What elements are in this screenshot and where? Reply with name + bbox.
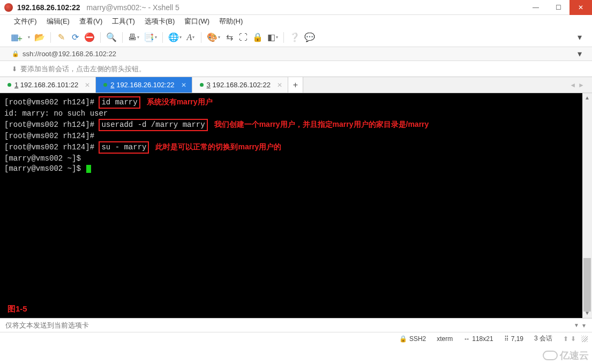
help-button[interactable]: ❔ bbox=[288, 31, 301, 44]
highlight-box: su - marry bbox=[99, 141, 149, 154]
send-overflow[interactable]: ▾ bbox=[579, 322, 589, 329]
status-term-type: xterm bbox=[431, 335, 458, 343]
pencil-icon: ✎ bbox=[58, 32, 65, 42]
open-button[interactable]: 📂 bbox=[33, 31, 46, 44]
session-tabs: 1 192.168.26.101:22 ✕ 2 192.168.26.102:2… bbox=[0, 77, 592, 93]
terminal-scrollbar[interactable]: ▲ ▼ bbox=[582, 93, 592, 318]
minimize-button[interactable]: — bbox=[524, 0, 547, 15]
watermark-text: 亿速云 bbox=[560, 349, 589, 362]
copy-button[interactable]: 📑▾ bbox=[143, 31, 158, 44]
copy-icon: 📑 bbox=[144, 32, 154, 42]
lock-icon: 🔒 bbox=[252, 32, 263, 42]
window-title-sub: marry@vms002:~ - Xshell 5 bbox=[87, 3, 179, 12]
tab-label: 192.168.26.102:22 bbox=[116, 81, 174, 89]
command: id marry bbox=[101, 98, 137, 107]
app-icon bbox=[4, 3, 13, 12]
output-line: id: marry: no such user bbox=[4, 109, 590, 119]
status-dot-icon bbox=[200, 83, 204, 87]
address-url: ssh://root@192.168.26.102:22 bbox=[23, 50, 116, 58]
highlight-box: useradd -d /marry marry bbox=[99, 119, 207, 131]
reconnect-icon: ⟳ bbox=[72, 32, 79, 42]
find-button[interactable]: 🔍 bbox=[105, 31, 118, 44]
prompt: [marry@vms002 ~]$ bbox=[4, 164, 85, 173]
menu-window[interactable]: 窗口(W) bbox=[180, 16, 214, 27]
scroll-track[interactable] bbox=[582, 103, 592, 308]
menu-file[interactable]: 文件(F) bbox=[10, 16, 41, 27]
add-tab-button[interactable]: + bbox=[288, 77, 303, 93]
tab-nav[interactable]: ◄ ► bbox=[562, 77, 592, 93]
toolbar-overflow[interactable]: ▾ bbox=[574, 31, 586, 44]
color-button[interactable]: 🎨▾ bbox=[206, 31, 221, 44]
tab-label: 192.168.26.102:22 bbox=[212, 81, 270, 89]
reconnect-button[interactable]: ⟳ bbox=[69, 31, 81, 44]
status-dot-icon bbox=[103, 83, 107, 87]
font-button[interactable]: A▾ bbox=[185, 31, 197, 44]
scroll-up-button[interactable]: ▲ bbox=[582, 93, 592, 103]
toolbar: ▦＋▾ 📂 ✎ ⟳ ⛔ 🔍 🖶▾ 📑▾ 🌐▾ A▾ 🎨▾ ⇆ ⛶ 🔒 ◧▾ ❔ … bbox=[0, 28, 592, 47]
tab-close-button[interactable]: ✕ bbox=[85, 81, 90, 89]
new-session-button[interactable]: ▦＋▾ bbox=[10, 31, 31, 44]
tab-close-button[interactable]: ✕ bbox=[181, 81, 186, 89]
status-dot-icon bbox=[8, 83, 11, 87]
separator bbox=[201, 32, 201, 43]
separator bbox=[283, 32, 284, 43]
disconnect-button[interactable]: ⛔ bbox=[83, 31, 96, 44]
menu-bar: 文件(F) 编辑(E) 查看(V) 工具(T) 选项卡(B) 窗口(W) 帮助(… bbox=[0, 15, 592, 28]
help-icon: ❔ bbox=[289, 32, 300, 42]
session-tab-2[interactable]: 2 192.168.26.102:22 ✕ bbox=[96, 77, 192, 93]
feedback-button[interactable]: 💬 bbox=[303, 31, 316, 44]
lock-icon: 🔒 bbox=[399, 335, 407, 343]
status-sessions: 3 会话 bbox=[529, 334, 558, 343]
search-icon: 🔍 bbox=[106, 32, 117, 42]
font-icon: A bbox=[187, 33, 192, 42]
chevron-down-icon[interactable]: ▼ bbox=[574, 322, 579, 328]
hint-text: 要添加当前会话，点击左侧的箭头按钮。 bbox=[20, 64, 146, 74]
maximize-button[interactable]: ☐ bbox=[547, 0, 569, 15]
edit-button[interactable]: ✎ bbox=[55, 31, 67, 44]
status-cursor-pos: ⠿7,19 bbox=[499, 335, 529, 343]
download-icon: ⬇ bbox=[571, 335, 576, 343]
menu-view[interactable]: 查看(V) bbox=[75, 16, 107, 27]
menu-tabs[interactable]: 选项卡(B) bbox=[140, 16, 179, 27]
separator bbox=[100, 32, 101, 43]
menu-edit[interactable]: 编辑(E) bbox=[42, 16, 74, 27]
tab-close-button[interactable]: ✕ bbox=[277, 81, 282, 89]
lock-icon: 🔒 bbox=[12, 50, 19, 57]
address-overflow[interactable]: ▾ bbox=[574, 48, 586, 60]
annotation: 系统没有marry用户 bbox=[147, 97, 213, 106]
address-bar[interactable]: 🔒 ssh://root@192.168.26.102:22 ▾ bbox=[0, 47, 592, 61]
panel-button[interactable]: ◧▾ bbox=[266, 31, 279, 44]
print-button[interactable]: 🖶▾ bbox=[127, 31, 140, 44]
status-ssh: 🔒SSH2 bbox=[394, 335, 431, 343]
tab-number: 3 bbox=[207, 81, 211, 89]
prompt: [root@vms002 rh124]# bbox=[4, 143, 99, 151]
figure-label: 图1-5 bbox=[8, 304, 27, 314]
session-tab-1[interactable]: 1 192.168.26.101:22 ✕ bbox=[0, 77, 96, 93]
upload-icon: ⬆ bbox=[563, 335, 568, 343]
folder-icon: 📂 bbox=[34, 32, 45, 42]
prompt: [root@vms002 rh124]# bbox=[4, 98, 99, 107]
lock-button[interactable]: 🔒 bbox=[251, 31, 264, 44]
resize-grip[interactable] bbox=[581, 336, 588, 342]
separator bbox=[162, 32, 163, 43]
window-title-host: 192.168.26.102:22 bbox=[17, 3, 80, 12]
encoding-button[interactable]: 🌐▾ bbox=[167, 31, 183, 44]
prompt: [root@vms002 rh124]# bbox=[4, 120, 99, 129]
cursor bbox=[86, 165, 91, 173]
send-text-input[interactable] bbox=[5, 321, 572, 329]
fullscreen-icon: ⛶ bbox=[239, 33, 248, 42]
hint-arrow-icon[interactable]: ⬇ bbox=[12, 65, 17, 73]
prompt: [marry@vms002 ~]$ bbox=[4, 154, 590, 164]
panel-icon: ◧ bbox=[267, 32, 275, 42]
separator bbox=[122, 32, 123, 43]
session-tab-3[interactable]: 3 192.168.26.102:22 ✕ bbox=[192, 77, 288, 93]
menu-help[interactable]: 帮助(H) bbox=[215, 16, 247, 27]
terminal[interactable]: [root@vms002 rh124]# id marry系统没有marry用户… bbox=[0, 93, 592, 318]
scroll-thumb[interactable] bbox=[583, 258, 591, 312]
fullscreen-button[interactable]: ⛶ bbox=[237, 31, 249, 44]
resize-icon: ↔ bbox=[463, 335, 470, 343]
command: useradd -d /marry marry bbox=[101, 120, 205, 129]
arrange-button[interactable]: ⇆ bbox=[223, 31, 235, 44]
close-button[interactable]: ✕ bbox=[569, 0, 592, 15]
menu-tools[interactable]: 工具(T) bbox=[108, 16, 139, 27]
